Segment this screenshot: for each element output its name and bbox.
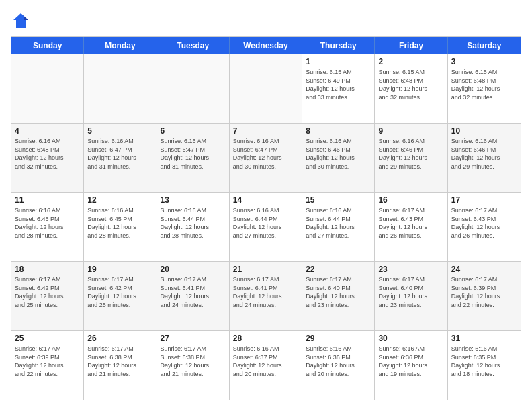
day-info: Sunrise: 6:16 AMSunset: 6:46 PMDaylight:…: [378, 137, 443, 171]
day-cell-30: 30Sunrise: 6:16 AMSunset: 6:36 PMDayligh…: [375, 331, 447, 400]
day-info: Sunrise: 6:17 AMSunset: 6:42 PMDaylight:…: [87, 275, 152, 309]
empty-cell: [84, 54, 157, 123]
day-info: Sunrise: 6:16 AMSunset: 6:47 PMDaylight:…: [87, 137, 152, 171]
day-info: Sunrise: 6:16 AMSunset: 6:45 PMDaylight:…: [15, 206, 80, 240]
calendar-row-1: 1Sunrise: 6:15 AMSunset: 6:49 PMDaylight…: [11, 54, 521, 123]
day-number: 9: [378, 126, 443, 136]
day-info: Sunrise: 6:17 AMSunset: 6:40 PMDaylight:…: [306, 275, 371, 309]
calendar-row-2: 4Sunrise: 6:16 AMSunset: 6:48 PMDaylight…: [11, 123, 521, 192]
day-cell-24: 24Sunrise: 6:17 AMSunset: 6:39 PMDayligh…: [448, 262, 521, 330]
day-cell-18: 18Sunrise: 6:17 AMSunset: 6:42 PMDayligh…: [11, 262, 84, 330]
day-number: 27: [161, 334, 226, 343]
calendar-row-3: 11Sunrise: 6:16 AMSunset: 6:45 PMDayligh…: [11, 192, 521, 261]
day-number: 17: [451, 195, 517, 205]
day-info: Sunrise: 6:17 AMSunset: 6:39 PMDaylight:…: [451, 275, 517, 309]
day-number: 11: [15, 195, 80, 205]
day-info: Sunrise: 6:16 AMSunset: 6:35 PMDaylight:…: [451, 345, 517, 378]
day-cell-9: 9Sunrise: 6:16 AMSunset: 6:46 PMDaylight…: [375, 124, 447, 192]
day-info: Sunrise: 6:16 AMSunset: 6:44 PMDaylight:…: [306, 206, 371, 240]
header-day-monday: Monday: [84, 37, 157, 54]
day-info: Sunrise: 6:17 AMSunset: 6:42 PMDaylight:…: [15, 275, 80, 309]
day-number: 26: [87, 334, 152, 343]
day-info: Sunrise: 6:16 AMSunset: 6:44 PMDaylight:…: [161, 206, 226, 240]
header: [11, 11, 521, 31]
day-number: 7: [233, 126, 298, 136]
day-info: Sunrise: 6:16 AMSunset: 6:36 PMDaylight:…: [378, 345, 443, 378]
calendar-body: 1Sunrise: 6:15 AMSunset: 6:49 PMDaylight…: [11, 54, 521, 400]
header-day-saturday: Saturday: [448, 37, 521, 54]
day-info: Sunrise: 6:15 AMSunset: 6:48 PMDaylight:…: [451, 68, 517, 101]
empty-cell: [230, 54, 302, 123]
logo-icon: [11, 11, 31, 31]
day-cell-8: 8Sunrise: 6:16 AMSunset: 6:46 PMDaylight…: [302, 124, 375, 192]
page: SundayMondayTuesdayWednesdayThursdayFrid…: [0, 0, 532, 411]
day-cell-12: 12Sunrise: 6:16 AMSunset: 6:45 PMDayligh…: [84, 193, 157, 261]
day-cell-25: 25Sunrise: 6:17 AMSunset: 6:39 PMDayligh…: [11, 331, 84, 400]
day-cell-3: 3Sunrise: 6:15 AMSunset: 6:48 PMDaylight…: [448, 54, 521, 123]
day-cell-17: 17Sunrise: 6:17 AMSunset: 6:43 PMDayligh…: [448, 193, 521, 261]
day-number: 30: [378, 334, 443, 343]
day-number: 23: [378, 265, 443, 274]
day-number: 4: [15, 126, 80, 136]
day-info: Sunrise: 6:17 AMSunset: 6:38 PMDaylight:…: [87, 345, 152, 378]
header-day-friday: Friday: [375, 37, 447, 54]
day-number: 16: [378, 195, 443, 205]
day-cell-15: 15Sunrise: 6:16 AMSunset: 6:44 PMDayligh…: [302, 193, 375, 261]
day-info: Sunrise: 6:16 AMSunset: 6:36 PMDaylight:…: [306, 345, 371, 378]
day-cell-11: 11Sunrise: 6:16 AMSunset: 6:45 PMDayligh…: [11, 193, 84, 261]
empty-cell: [157, 54, 230, 123]
day-cell-7: 7Sunrise: 6:16 AMSunset: 6:47 PMDaylight…: [230, 124, 302, 192]
day-number: 20: [161, 265, 226, 274]
day-number: 15: [306, 195, 371, 205]
day-number: 12: [87, 195, 152, 205]
day-number: 13: [161, 195, 226, 205]
svg-marker-0: [13, 13, 28, 28]
day-cell-10: 10Sunrise: 6:16 AMSunset: 6:46 PMDayligh…: [448, 124, 521, 192]
day-number: 14: [233, 195, 298, 205]
day-info: Sunrise: 6:15 AMSunset: 6:49 PMDaylight:…: [306, 68, 371, 101]
day-number: 28: [233, 334, 298, 343]
header-day-sunday: Sunday: [11, 37, 84, 54]
header-day-wednesday: Wednesday: [230, 37, 302, 54]
day-info: Sunrise: 6:17 AMSunset: 6:41 PMDaylight:…: [233, 275, 298, 309]
day-info: Sunrise: 6:17 AMSunset: 6:39 PMDaylight:…: [15, 345, 80, 378]
day-number: 24: [451, 265, 517, 274]
day-info: Sunrise: 6:17 AMSunset: 6:43 PMDaylight:…: [378, 206, 443, 240]
day-info: Sunrise: 6:16 AMSunset: 6:47 PMDaylight:…: [233, 137, 298, 171]
day-cell-14: 14Sunrise: 6:16 AMSunset: 6:44 PMDayligh…: [230, 193, 302, 261]
day-cell-26: 26Sunrise: 6:17 AMSunset: 6:38 PMDayligh…: [84, 331, 157, 400]
day-number: 19: [87, 265, 152, 274]
calendar-header: SundayMondayTuesdayWednesdayThursdayFrid…: [11, 37, 521, 54]
day-info: Sunrise: 6:16 AMSunset: 6:48 PMDaylight:…: [15, 137, 80, 171]
day-cell-28: 28Sunrise: 6:16 AMSunset: 6:37 PMDayligh…: [230, 331, 302, 400]
header-day-tuesday: Tuesday: [157, 37, 230, 54]
day-cell-22: 22Sunrise: 6:17 AMSunset: 6:40 PMDayligh…: [302, 262, 375, 330]
day-number: 10: [451, 126, 517, 136]
day-number: 8: [306, 126, 371, 136]
day-info: Sunrise: 6:17 AMSunset: 6:38 PMDaylight:…: [161, 345, 226, 378]
day-cell-29: 29Sunrise: 6:16 AMSunset: 6:36 PMDayligh…: [302, 331, 375, 400]
day-info: Sunrise: 6:16 AMSunset: 6:47 PMDaylight:…: [161, 137, 226, 171]
day-number: 6: [161, 126, 226, 136]
day-info: Sunrise: 6:17 AMSunset: 6:40 PMDaylight:…: [378, 275, 443, 309]
day-number: 3: [451, 57, 517, 66]
header-day-thursday: Thursday: [302, 37, 375, 54]
day-info: Sunrise: 6:15 AMSunset: 6:48 PMDaylight:…: [378, 68, 443, 101]
day-number: 22: [306, 265, 371, 274]
calendar-row-4: 18Sunrise: 6:17 AMSunset: 6:42 PMDayligh…: [11, 261, 521, 330]
day-cell-21: 21Sunrise: 6:17 AMSunset: 6:41 PMDayligh…: [230, 262, 302, 330]
day-info: Sunrise: 6:16 AMSunset: 6:37 PMDaylight:…: [233, 345, 298, 378]
day-cell-6: 6Sunrise: 6:16 AMSunset: 6:47 PMDaylight…: [157, 124, 230, 192]
day-cell-2: 2Sunrise: 6:15 AMSunset: 6:48 PMDaylight…: [375, 54, 447, 123]
day-cell-20: 20Sunrise: 6:17 AMSunset: 6:41 PMDayligh…: [157, 262, 230, 330]
day-number: 29: [306, 334, 371, 343]
day-info: Sunrise: 6:16 AMSunset: 6:46 PMDaylight:…: [306, 137, 371, 171]
day-cell-5: 5Sunrise: 6:16 AMSunset: 6:47 PMDaylight…: [84, 124, 157, 192]
calendar: SundayMondayTuesdayWednesdayThursdayFrid…: [11, 36, 521, 400]
day-cell-19: 19Sunrise: 6:17 AMSunset: 6:42 PMDayligh…: [84, 262, 157, 330]
day-number: 18: [15, 265, 80, 274]
empty-cell: [11, 54, 84, 123]
day-info: Sunrise: 6:16 AMSunset: 6:46 PMDaylight:…: [451, 137, 517, 171]
day-number: 31: [451, 334, 517, 343]
day-info: Sunrise: 6:16 AMSunset: 6:45 PMDaylight:…: [87, 206, 152, 240]
